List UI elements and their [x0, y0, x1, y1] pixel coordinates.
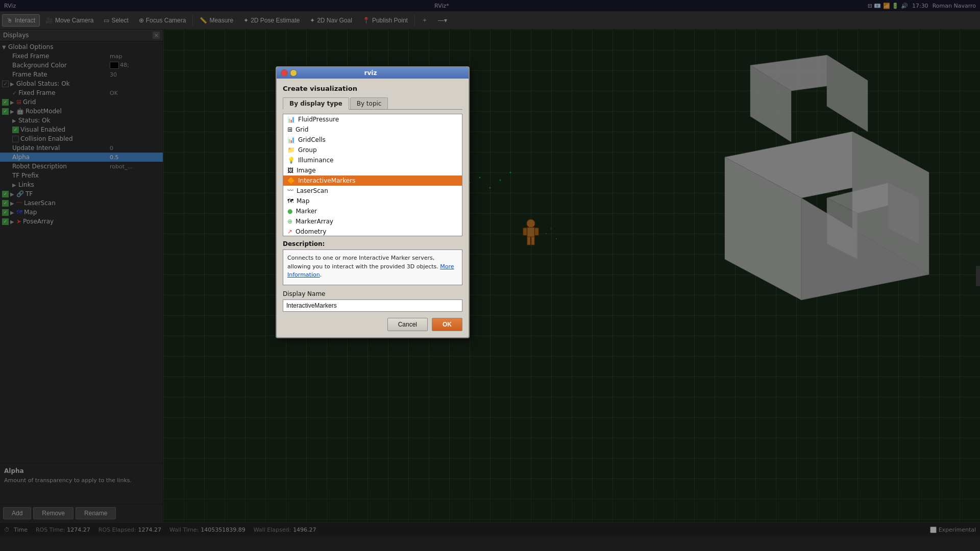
list-label-marker: Marker [296, 208, 316, 215]
list-item-grid-cells[interactable]: 📊 GridCells [283, 135, 462, 145]
map-list-icon: 🗺 [287, 197, 293, 205]
list-label-grid: Grid [296, 126, 308, 133]
cancel-button[interactable]: Cancel [387, 318, 428, 331]
marker-array-icon: ⊕ [287, 218, 292, 225]
display-name-section: Display Name [283, 290, 462, 312]
dialog-description: Description: Connects to one or more Int… [283, 240, 462, 285]
list-label-laser-scan: LaserScan [297, 187, 328, 194]
dialog-desc-box: Connects to one or more Interactive Mark… [283, 249, 462, 285]
grid-cells-icon: 📊 [287, 136, 295, 143]
create-visualization-dialog: rviz Create visualization By display typ… [276, 66, 470, 338]
list-label-map: Map [297, 197, 309, 205]
list-item-marker[interactable]: ● Marker [283, 206, 462, 216]
dialog-titlebar: rviz [277, 67, 469, 79]
grid-icon: ⊞ [287, 126, 292, 133]
tab-topic[interactable]: By topic [350, 97, 388, 109]
tab-display-type[interactable]: By display type [283, 97, 349, 110]
desc-text-end: . [320, 271, 322, 278]
dialog-title: rviz [364, 69, 377, 77]
list-label-grid-cells: GridCells [298, 136, 326, 143]
list-item-fluid-pressure[interactable]: 📊 FluidPressure [283, 114, 462, 124]
list-item-illuminance[interactable]: 💡 Illuminance [283, 155, 462, 165]
list-item-map[interactable]: 🗺 Map [283, 196, 462, 206]
dialog-buttons: Cancel OK [283, 318, 462, 331]
list-item-group[interactable]: 📁 Group [283, 145, 462, 155]
list-label-image: Image [297, 167, 316, 174]
list-label-group: Group [298, 146, 317, 154]
fluid-pressure-icon: 📊 [287, 116, 295, 123]
list-item-grid[interactable]: ⊞ Grid [283, 124, 462, 135]
marker-icon: ● [287, 208, 292, 215]
list-label-interactive-markers: InteractiveMarkers [298, 177, 355, 184]
list-label-illuminance: Illuminance [298, 157, 333, 164]
display-name-input[interactable] [283, 299, 462, 312]
dialog-heading: Create visualization [283, 85, 462, 92]
dialog-close-button[interactable] [281, 69, 288, 77]
ok-button[interactable]: OK [432, 318, 462, 331]
desc-text-main: Connects to one or more Interactive Mark… [287, 255, 440, 270]
dialog-minimize-button[interactable] [290, 69, 297, 77]
list-item-odometry[interactable]: ↗ Odometry [283, 227, 462, 236]
description-label: Description: [283, 240, 462, 247]
dialog-tabs: By display type By topic [283, 97, 462, 110]
list-item-marker-array[interactable]: ⊕ MarkerArray [283, 216, 462, 227]
image-icon: 🖼 [287, 167, 293, 174]
list-item-laser-scan[interactable]: 〰 LaserScan [283, 186, 462, 196]
list-label-odometry: Odometry [296, 228, 326, 235]
dialog-window-buttons [281, 69, 297, 77]
list-item-interactive-markers[interactable]: 🔶 InteractiveMarkers [283, 176, 462, 186]
group-icon: 📁 [287, 146, 295, 154]
visualization-list[interactable]: 📊 FluidPressure ⊞ Grid 📊 GridCells 📁 Gro… [283, 114, 462, 236]
display-name-label: Display Name [283, 290, 462, 297]
list-label-fluid-pressure: FluidPressure [298, 116, 339, 123]
dialog-body: Create visualization By display type By … [277, 79, 469, 337]
illuminance-icon: 💡 [287, 157, 295, 164]
interactive-markers-icon: 🔶 [287, 177, 295, 184]
odometry-icon: ↗ [287, 228, 292, 235]
list-item-image[interactable]: 🖼 Image [283, 165, 462, 176]
laser-scan-icon: 〰 [287, 187, 293, 194]
modal-overlay: rviz Create visualization By display typ… [0, 0, 980, 551]
list-label-marker-array: MarkerArray [296, 218, 333, 225]
